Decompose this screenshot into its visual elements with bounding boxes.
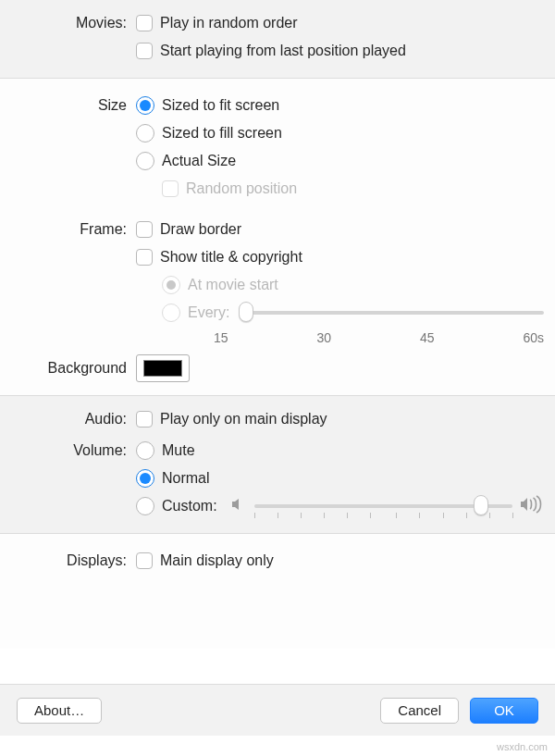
checkbox-main-display-only[interactable] xyxy=(136,552,153,569)
checkbox-draw-border[interactable] xyxy=(136,221,153,238)
cancel-button[interactable]: Cancel xyxy=(380,698,459,724)
checkbox-random-position xyxy=(162,180,179,197)
radio-every xyxy=(162,304,180,322)
checkbox-show-title[interactable] xyxy=(136,249,153,266)
label-size-actual: Actual Size xyxy=(162,153,236,169)
background-color-well[interactable] xyxy=(136,354,190,382)
label-volume-normal: Normal xyxy=(162,470,210,487)
label-volume-mute: Mute xyxy=(162,442,195,459)
section-audio: Audio: Play only on main display Volume:… xyxy=(0,395,555,533)
audio-label: Audio: xyxy=(11,405,136,428)
section-movies: Movies: Play in random order Start playi… xyxy=(0,0,555,78)
movies-label: Movies: xyxy=(11,9,136,31)
radio-size-actual[interactable] xyxy=(136,152,154,170)
label-at-movie-start: At movie start xyxy=(188,277,278,293)
volume-label: Volume: xyxy=(11,437,136,459)
label-main-display-only: Main display only xyxy=(160,552,274,569)
frame-label: Frame: xyxy=(11,216,136,238)
size-label: Size xyxy=(11,92,136,114)
background-swatch xyxy=(143,360,182,377)
label-size-fill: Sized to fill screen xyxy=(162,125,282,142)
radio-volume-normal[interactable] xyxy=(136,469,154,488)
tick-45: 45 xyxy=(420,330,435,345)
radio-size-fit[interactable] xyxy=(136,96,154,115)
label-show-title: Show title & copyright xyxy=(160,249,302,266)
label-volume-custom: Custom: xyxy=(162,498,217,514)
label-random-order: Play in random order xyxy=(160,15,298,31)
tick-15: 15 xyxy=(214,330,228,345)
radio-volume-custom[interactable] xyxy=(136,497,154,515)
slider-title-interval xyxy=(239,301,544,325)
label-size-fit: Sized to fit screen xyxy=(162,97,279,114)
displays-label: Displays: xyxy=(11,547,136,569)
label-audio-main: Play only on main display xyxy=(160,411,327,428)
checkbox-resume-last[interactable] xyxy=(136,43,153,59)
checkbox-random-order[interactable] xyxy=(136,15,153,31)
radio-volume-mute[interactable] xyxy=(136,441,154,460)
tick-30: 30 xyxy=(316,330,331,345)
footer: About… Cancel OK xyxy=(0,684,555,736)
speaker-low-icon xyxy=(230,496,247,516)
label-random-position: Random position xyxy=(186,180,297,197)
tick-60s: 60s xyxy=(523,330,544,345)
radio-at-movie-start xyxy=(162,276,180,294)
label-resume-last: Start playing from last position played xyxy=(160,43,406,59)
watermark: wsxdn.com xyxy=(497,741,548,752)
speaker-high-icon xyxy=(520,495,544,517)
label-every: Every: xyxy=(188,304,229,321)
slider-volume[interactable] xyxy=(254,494,512,518)
background-label: Background xyxy=(11,360,136,377)
radio-size-fill[interactable] xyxy=(136,124,154,143)
checkbox-audio-main[interactable] xyxy=(136,411,153,428)
section-size-frame: Size Sized to fit screen Sized to fill s… xyxy=(0,78,555,395)
label-draw-border: Draw border xyxy=(160,221,241,238)
section-displays: Displays: Main display only xyxy=(0,533,555,649)
ok-button[interactable]: OK xyxy=(470,698,538,724)
about-button[interactable]: About… xyxy=(17,698,102,724)
